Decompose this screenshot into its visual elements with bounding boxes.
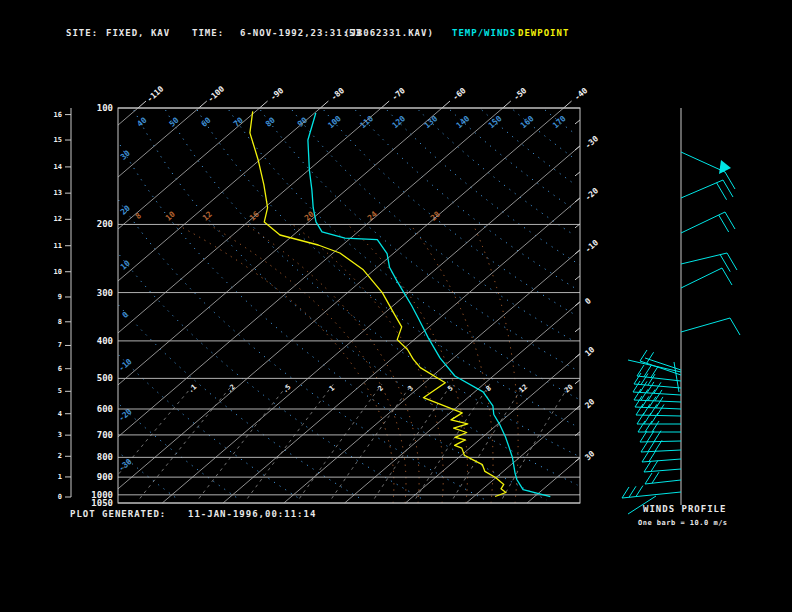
svg-text:15: 15 [54,136,62,144]
wind-barb [628,360,681,372]
svg-text:14: 14 [54,163,62,171]
svg-text:9: 9 [58,293,62,301]
svg-text:150: 150 [487,114,504,130]
svg-text:-100: -100 [206,84,226,104]
svg-text:100: 100 [97,103,113,113]
isotherms [118,108,580,503]
svg-text:-60: -60 [451,86,468,102]
svg-text:0: 0 [583,296,593,306]
svg-text:140: 140 [455,114,472,130]
svg-text:6: 6 [58,365,62,373]
svg-text:28: 28 [429,209,442,222]
wind-barb [633,381,681,395]
svg-text:0: 0 [121,310,131,320]
skewt-app-window: SITE: FIXED, KAV TIME: 6-NOV-1992,23:31:… [0,0,792,612]
svg-text:50: 50 [167,115,180,128]
moist-adiabats: 8101216202428 [134,209,519,503]
wind-barb [642,450,681,462]
svg-text:200: 200 [97,219,113,229]
svg-text:-50: -50 [512,86,529,102]
svg-text:1: 1 [58,473,62,481]
svg-text:1: 1 [328,384,336,393]
svg-text:-40: -40 [573,86,590,102]
svg-text:30: 30 [119,148,132,161]
svg-text:10: 10 [164,209,177,222]
svg-text:120: 120 [390,114,407,130]
svg-text:-30: -30 [583,134,600,150]
svg-text:-20: -20 [583,186,600,202]
svg-text:300: 300 [97,288,113,298]
svg-text:80: 80 [264,115,277,128]
svg-text:5: 5 [58,387,62,395]
wind-barb [681,318,740,335]
svg-text:20: 20 [563,383,575,395]
winds-scale-note: One barb = 10.0 m/s [638,519,728,527]
height-axis: 161514131211109876543210 [54,108,71,501]
svg-text:110: 110 [358,114,375,130]
wind-barb [645,472,681,484]
svg-text:8: 8 [134,211,144,221]
wind-barb [681,253,737,272]
svg-text:4: 4 [58,410,62,418]
svg-text:16: 16 [54,111,62,119]
wind-barb [641,440,681,452]
svg-text:500: 500 [97,373,113,383]
svg-text:10: 10 [54,268,62,276]
svg-text:.1: .1 [187,383,199,395]
dry-adiabats: -30-20-100102030405060708090100110120130… [117,110,580,500]
svg-text:3: 3 [58,431,62,439]
svg-text:700: 700 [97,430,113,440]
svg-text:10: 10 [119,258,132,271]
svg-text:60: 60 [200,115,213,128]
svg-text:400: 400 [97,336,113,346]
svg-text:1050: 1050 [91,498,113,508]
svg-text:900: 900 [97,472,113,482]
svg-text:12: 12 [54,215,62,223]
svg-text:-70: -70 [390,86,407,102]
wind-barb [640,350,681,375]
svg-text:12: 12 [518,383,530,395]
wind-barb [638,421,681,432]
svg-text:-110: -110 [145,84,165,104]
svg-text:-90: -90 [269,86,286,102]
svg-text:40: 40 [135,115,148,128]
svg-text:10: 10 [583,345,596,358]
svg-text:-30: -30 [117,457,134,473]
svg-text:600: 600 [97,404,113,414]
wind-barb [681,152,735,189]
svg-text:11: 11 [54,242,62,250]
winds-profile-title: WINDS PROFILE [643,504,726,514]
svg-text:2: 2 [58,452,62,460]
plot-generated-label: PLOT GENERATED: [70,509,166,519]
svg-text:30: 30 [583,449,596,462]
svg-text:160: 160 [519,114,536,130]
svg-text:-80: -80 [329,86,346,102]
svg-text:0: 0 [58,493,62,501]
svg-text:20: 20 [119,203,132,216]
wind-barb [681,212,735,233]
plot-generated-value: 11-JAN-1996,00:11:14 [188,509,316,519]
svg-text:8: 8 [58,318,62,326]
svg-text:8: 8 [485,384,493,393]
svg-text:-10: -10 [117,357,134,373]
winds-profile [622,108,740,514]
svg-text:12: 12 [201,209,214,222]
temperature-axis-labels: -110-100-90-80-70-60-50-40-30-20-1001020… [138,84,600,462]
wind-barb [644,460,681,472]
svg-text:7: 7 [58,341,62,349]
isobars: 10020030040050060070080090010001050 [91,103,580,508]
svg-text:20: 20 [583,397,596,410]
wind-barb [681,268,732,288]
svg-text:2: 2 [376,384,384,393]
svg-text:100: 100 [326,114,343,130]
svg-text:-10: -10 [583,238,600,254]
wind-barb [622,486,681,498]
dewpoint-trace [250,111,506,496]
svg-text:13: 13 [54,189,62,197]
svg-text:800: 800 [97,452,113,462]
wind-barb [681,180,733,200]
